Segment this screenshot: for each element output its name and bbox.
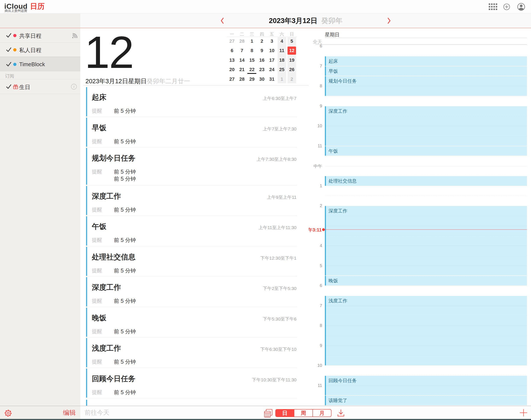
mini-cal-day[interactable]: 4 (277, 38, 287, 44)
info-icon[interactable]: i (71, 84, 77, 90)
mini-cal-day[interactable]: 19 (287, 58, 297, 63)
hour-gridline (325, 146, 527, 146)
event-list-item[interactable]: 处理社交信息下午12:30至下午1提醒前 5 分钟 (86, 246, 297, 276)
sidebar-item-TimeBlock[interactable]: TimeBlock (0, 57, 80, 71)
mini-cal-day[interactable]: 31 (267, 76, 277, 82)
mini-cal-day[interactable]: 26 (287, 67, 297, 72)
event-list-item[interactable]: 晚饭下午5:30至下午6提醒前 5 分钟 (86, 307, 297, 337)
mini-cal-day[interactable]: 3 (267, 38, 277, 44)
mini-cal-day[interactable]: 30 (257, 76, 267, 82)
event-title: 处理社交信息 (92, 252, 136, 262)
mini-cal-day[interactable]: 14 (237, 58, 247, 63)
mini-cal-day[interactable]: 28 (237, 38, 247, 44)
view-tab-月[interactable]: 月 (313, 409, 331, 417)
event-list-item[interactable]: 午饭上午11至上午11:30提醒前 5 分钟 (86, 216, 297, 246)
prev-day-button[interactable] (220, 17, 224, 24)
edit-button[interactable]: 编辑 (63, 406, 76, 419)
account-icon[interactable] (516, 0, 526, 14)
mini-cal-day[interactable]: 24 (267, 67, 277, 72)
timeline-event-block[interactable]: 午饭 (325, 146, 527, 156)
check-icon (6, 33, 12, 38)
timeline-event-block[interactable]: 处理社交信息 (325, 176, 527, 186)
timeline-event-block[interactable]: 浅度工作 (325, 296, 527, 365)
go-today-button[interactable]: 前往今天 (85, 406, 109, 419)
svg-text:i: i (74, 85, 74, 88)
mini-cal-day[interactable]: 11 (277, 48, 287, 53)
sidebar-item-共享日程[interactable]: 共享日程 (0, 28, 80, 43)
timeline-event-title: 晚饭 (326, 276, 527, 286)
mini-cal-day[interactable]: 13 (227, 58, 237, 63)
mini-cal-day[interactable]: 8 (247, 48, 257, 53)
calendar-color-dot (13, 48, 16, 51)
event-list-item-partial[interactable] (86, 398, 297, 406)
add-icon[interactable] (502, 0, 511, 14)
event-time-range: 下午10:30至下午11:30 (252, 377, 296, 383)
mini-cal-day[interactable]: 25 (277, 67, 287, 72)
event-list-item[interactable]: 起床上午6:30至上午7提醒前 5 分钟 (86, 87, 297, 117)
event-list-item[interactable]: 回顾今日任务下午10:30至下午11:30提醒前 5 分钟 (86, 368, 297, 398)
hour-gridline (325, 246, 527, 246)
event-list-item[interactable]: 深度工作下午2至下午5:30提醒前 5 分钟 (86, 276, 297, 307)
mini-cal-day[interactable]: 20 (227, 67, 237, 72)
mini-cal-day[interactable]: 18 (277, 58, 287, 63)
timeline-event-block[interactable]: 起床 (325, 56, 527, 66)
mini-cal-day[interactable]: 29 (247, 76, 257, 82)
new-event-icon[interactable] (519, 409, 528, 418)
current-time-dot (322, 228, 325, 231)
apps-grid-icon[interactable] (488, 0, 498, 14)
timeline-event-block[interactable]: 晚饭 (325, 276, 527, 285)
mini-cal-day[interactable]: 10 (267, 48, 277, 53)
mini-cal-day[interactable]: 22 (247, 67, 257, 72)
mini-cal-day[interactable]: 27 (227, 76, 237, 82)
download-icon[interactable] (337, 409, 345, 418)
settings-gear-icon[interactable] (4, 409, 12, 418)
reminder-value: 前 5 分钟 (114, 389, 136, 396)
mini-cal-day[interactable]: 16 (257, 58, 267, 63)
reminder-label: 提醒 (92, 107, 102, 114)
half-hour-gridline (325, 96, 527, 96)
sidebar-item-私人日程[interactable]: 私人日程 (0, 43, 80, 57)
timeline-event-title: 处理社交信息 (326, 176, 527, 186)
reminder-value: 前 5 分钟 (114, 168, 136, 175)
half-hour-gridline (325, 56, 527, 56)
mini-cal-day[interactable]: 5 (287, 38, 297, 44)
stacked-calendars-icon[interactable] (264, 409, 273, 419)
event-time-range: 上午6:30至上午7 (263, 95, 296, 101)
mini-cal-day[interactable]: 2 (257, 38, 267, 44)
event-time-range: 上午11至上午11:30 (258, 225, 296, 231)
day-timeline: 星期日 全天 67891011中午124567891011起床早饭规划今日任务深… (298, 28, 531, 406)
mini-cal-day[interactable]: 12 (287, 48, 297, 53)
app-name-text: 日历 (30, 1, 45, 11)
mini-cal-day[interactable]: 7 (237, 48, 247, 53)
reminder-value: 前 5 分钟 (114, 237, 136, 244)
mini-cal-day[interactable]: 23 (257, 67, 267, 72)
day-detail-panel: 12 2023年3月12日星期日癸卯年二月廿一 一二三四五六日272812345… (80, 28, 309, 406)
hour-gridline (325, 326, 527, 326)
event-list-item[interactable]: 早饭上午7至上午7:30提醒前 5 分钟 (86, 117, 297, 147)
mini-cal-day[interactable]: 17 (267, 58, 277, 63)
sidebar-item-生日[interactable]: 生日i (0, 79, 80, 94)
half-hour-gridline (325, 276, 527, 276)
mini-cal-day[interactable]: 1 (277, 76, 287, 82)
mini-cal-day[interactable]: 27 (227, 38, 237, 44)
view-tab-周[interactable]: 周 (294, 409, 313, 417)
mini-cal-day[interactable]: 15 (247, 58, 257, 63)
event-time-range: 下午12:30至下午1 (260, 255, 296, 261)
event-list-item[interactable]: 深度工作上午9至上午11提醒前 5 分钟 (86, 185, 297, 216)
timeline-event-block[interactable]: 该睡觉了 (325, 396, 527, 405)
view-tab-日[interactable]: 日 (276, 409, 294, 417)
date-navigation-header: 2023年3月12日 癸卯年 (80, 14, 531, 28)
timeline-event-block[interactable]: 早饭 (325, 66, 527, 76)
mini-cal-day[interactable]: 28 (237, 76, 247, 82)
mini-cal-day[interactable]: 2 (287, 76, 297, 82)
timeline-event-title: 深度工作 (326, 106, 527, 116)
event-list-item[interactable]: 浅度工作下午6:30至下午10提醒前 5 分钟 (86, 337, 297, 368)
mini-cal-day[interactable]: 6 (227, 48, 237, 53)
mini-cal-day[interactable]: 9 (257, 48, 267, 53)
mini-cal-day[interactable]: 1 (247, 38, 257, 44)
mini-cal-day[interactable]: 21 (237, 67, 247, 72)
next-day-button[interactable] (387, 17, 391, 24)
event-list-item[interactable]: 规划今日任务上午7:30至上午8:30提醒前 5 分钟前 5 分钟 (86, 147, 297, 185)
event-color-strip (86, 148, 87, 185)
timeline-event-block[interactable]: 深度工作 (325, 206, 527, 275)
